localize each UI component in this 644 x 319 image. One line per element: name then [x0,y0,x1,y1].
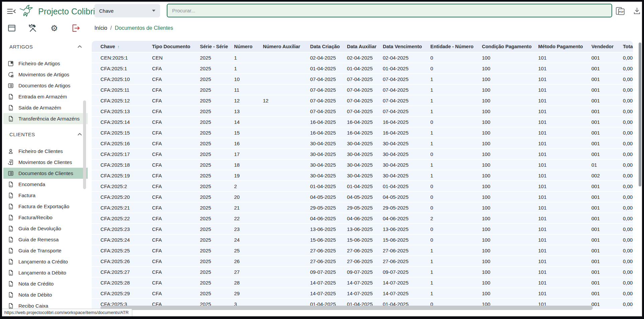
sidebar-item[interactable]: Nota de Débito [3,289,88,300]
download-button[interactable] [632,6,642,16]
sidebar-item[interactable]: Movimentos de Artigos [3,69,88,80]
table-cell: CFA [152,205,200,211]
column-header[interactable]: Entidade - Número [430,44,482,49]
sidebar-item[interactable]: Transferência de Armazéns [3,113,88,124]
window-view-button[interactable] [7,23,17,33]
sidebar-item[interactable]: Ficheiro de Clientes [3,146,88,157]
brand-logo[interactable]: Projecto Colibri [19,4,95,18]
sidebar-item[interactable]: Entrada em Armazém [3,91,88,102]
column-header[interactable]: Chave↑ [92,44,152,49]
chevron-up-icon[interactable] [76,131,83,138]
table-cell: CFA [152,173,200,178]
table-cell: 22 [234,216,263,221]
column-header[interactable]: Número Auxiliar [263,44,310,49]
chevron-up-icon[interactable] [76,43,83,50]
breadcrumb-current-page[interactable]: Documentos de Clientes [115,25,173,31]
table-row[interactable]: CEN:2025:1CEN2025102-04-202502-04-202502… [92,53,633,63]
settings-button[interactable]: ⚙ [49,23,59,33]
sidebar-item-label: Factura de Exportação [18,204,69,209]
column-header[interactable]: Data Vencimento [383,44,430,49]
table-cell: CFA [152,108,200,114]
sidebar-item[interactable]: Encomenda [3,179,88,190]
table-row[interactable]: CFA:2025:28CFA20252814-07-202514-07-2025… [92,277,633,288]
sidebar-item[interactable]: Factura de Exportação [3,201,88,212]
sidebar-item[interactable]: Movimentos de Clientes [3,157,88,168]
table-row[interactable]: CFA:2025:17CFA20251730-04-202530-04-2025… [92,149,633,160]
column-header[interactable]: Data Criação [310,44,347,49]
table-cell: 001 [591,55,623,61]
table-row[interactable]: CFA:2025:15CFA20251516-04-202516-04-2025… [92,128,633,138]
table-cell: CFA [152,162,200,168]
table-cell: 001 [591,141,623,146]
sidebar-item[interactable]: Guia de Transporte [3,245,88,256]
tools-button[interactable] [28,23,38,33]
sidebar-item[interactable]: Ficheiro de Artigos [3,58,88,69]
table-row[interactable]: CFA:2025:2CFA2025201-04-202501-04-202501… [92,181,633,192]
sidebar-item[interactable]: Lançamento a Crédito [3,256,88,267]
table-row[interactable]: CFA:2025:19CFA20251930-04-202530-04-2025… [92,170,633,181]
table-row[interactable]: CFA:2025:20CFA20252004-05-202504-05-2025… [92,192,633,203]
sidebar-item[interactable]: Documentos de Artigos [3,80,88,91]
search-field-select[interactable]: Chave [94,4,160,17]
column-header[interactable]: Série - Série [200,44,234,49]
table-row[interactable]: CFA:2025:24CFA20252415-06-202515-06-2025… [92,235,633,245]
table-cell: 100 [482,66,538,71]
table-cell: 11 [234,87,263,93]
table-cell: 1 [430,108,482,114]
sidebar-scrollbar[interactable] [83,100,86,189]
sidebar-section-header[interactable]: ARTIGOS [3,41,88,52]
table-cell: 15-06-2025 [383,237,430,243]
table-row[interactable]: CFA:2025:11CFA20251107-04-202507-04-2025… [92,85,633,95]
sidebar-item[interactable]: Saída de Armazém [3,102,88,113]
table-row[interactable]: CFA:2025:23CFA20252313-06-202513-06-2025… [92,224,633,235]
table-row[interactable]: CFA:2025:21CFA20252129-05-202529-05-2025… [92,203,633,213]
table-row[interactable]: CFA:2025:27CFA20252709-07-202509-07-2025… [92,267,633,277]
table-row[interactable]: CFA:2025:25CFA20252527-06-202527-06-2025… [92,245,633,256]
doc-icon [7,115,14,122]
table-row[interactable]: CFA:2025:12CFA2025121207-04-202507-04-20… [92,95,633,106]
column-header[interactable]: Total [623,44,633,49]
sidebar-item[interactable]: Factura/Recibo [3,212,88,223]
table-row[interactable]: CFA:2025:16CFA20251630-04-202530-04-2025… [92,138,633,149]
horizontal-scrollbar[interactable] [100,306,593,310]
table-cell: 2025 [200,162,234,168]
sidebar-item[interactable]: Guia de Remessa [3,234,88,245]
sidebar-item[interactable]: Guia de Devolução [3,223,88,234]
table-row[interactable]: CFA:2025:13CFA20251307-04-202507-04-2025… [92,106,633,117]
column-header[interactable]: Tipo Documento [152,44,200,49]
column-header[interactable]: Número [234,44,263,49]
table-cell: 1 [430,76,482,82]
table-row[interactable]: CFA:2025:10CFA20251007-04-202507-04-2025… [92,74,633,85]
column-header[interactable]: Condição Pagamento [482,44,538,49]
table-cell: 100 [482,291,538,296]
table-row[interactable]: CFA:2025:26CFA20252627-06-202527-06-2025… [92,256,633,267]
table-cell: 01 [591,162,623,168]
sidebar-item[interactable]: Lançamento a Débito [3,267,88,278]
breadcrumb-home-link[interactable]: Início [94,25,107,31]
logout-button[interactable] [70,23,80,33]
column-header[interactable]: Data Auxiliar [347,44,383,49]
sidebar-item[interactable]: Nota de Crédito [3,278,88,289]
sidebar-item-label: Encomenda [18,181,45,187]
column-header[interactable]: Vendedor [591,44,623,49]
table-cell: 14-07-2025 [383,291,430,296]
vertical-scrollbar[interactable] [639,43,641,186]
table-cell: 2025 [200,269,234,275]
table-row[interactable]: CFA:2025:14CFA20251416-04-202516-04-2025… [92,117,633,128]
sidebar-item[interactable]: Factura [3,190,88,201]
table-row[interactable]: CFA:2025:1CFA2025101-04-202501-04-202501… [92,63,633,74]
search-input[interactable] [167,4,612,17]
menu-toggle-button[interactable] [6,7,17,16]
table-cell: 001 [591,119,623,125]
table-row[interactable]: CFA:2025:29CFA20252914-07-202514-07-2025… [92,288,633,299]
column-header[interactable]: Método Pagamento [538,44,591,49]
export-pdf-button[interactable]: PDF [615,6,626,16]
sidebar-item[interactable]: Documentos de Clientes [3,168,88,179]
table-cell: 07-04-2025 [383,98,430,103]
table-row[interactable]: CFA:2025:18CFA20251830-04-202530-04-2025… [92,160,633,170]
table-cell: 100 [482,162,538,168]
table-cell: CFA:2025:2 [92,183,152,189]
table-row[interactable]: CFA:2025:22CFA20252204-06-202504-06-2025… [92,213,633,224]
table-cell: 13-06-2025 [383,226,430,232]
sidebar-section-header[interactable]: CLIENTES [3,129,88,140]
